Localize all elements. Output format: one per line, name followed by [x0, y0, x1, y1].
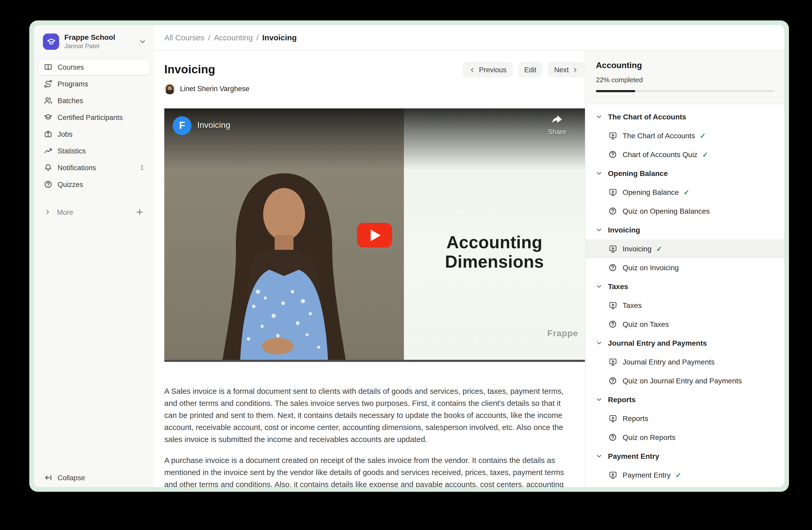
workspace-title: Frappe School: [64, 33, 115, 42]
video-title[interactable]: Invoicing: [197, 121, 230, 130]
quiz-item[interactable]: Chart of Accounts Quiz✓: [585, 145, 784, 164]
quiz-item[interactable]: Quiz on Reports: [585, 428, 784, 447]
lesson-title: Quiz on Opening Balances: [623, 207, 710, 215]
lesson-item[interactable]: Invoicing✓: [585, 239, 784, 258]
quiz-item[interactable]: Quiz on Journal Entry and Payments: [585, 371, 784, 390]
slide-text: Accounting Dimensions: [404, 233, 585, 271]
sidebar-item-notifications[interactable]: Notifications1: [38, 160, 150, 176]
quiz-icon: [608, 207, 618, 215]
video-progress-bar[interactable]: [164, 360, 585, 362]
lesson-title: Quiz on Taxes: [623, 320, 669, 329]
frappe-watermark: Frappe: [547, 329, 578, 339]
collapse-label: Collapse: [58, 474, 85, 482]
lesson-title: Quiz on Journal Entry and Payments: [623, 377, 742, 385]
body-row: Invoicing Previous Edit: [154, 50, 784, 487]
lesson-item[interactable]: Opening Balance✓: [585, 183, 784, 201]
screen: Frappe School Jannat Patel CoursesProgra…: [0, 0, 812, 530]
completed-check-icon: ✓: [656, 245, 662, 253]
breadcrumb-course[interactable]: Accounting: [214, 33, 253, 42]
quiz-item[interactable]: Quiz on Invoicing: [585, 258, 784, 277]
video-lesson-icon: [608, 244, 618, 253]
video-lesson-icon: [608, 414, 618, 423]
plus-icon[interactable]: [135, 208, 144, 216]
lesson-item[interactable]: Taxes: [585, 296, 784, 315]
breadcrumb-all-courses[interactable]: All Courses: [164, 33, 204, 42]
lesson-title: Opening Balance: [623, 188, 679, 196]
chapter-row[interactable]: Taxes: [585, 277, 784, 296]
progress-track: [596, 90, 774, 92]
frappe-school-logo: [43, 33, 59, 50]
lesson-title: Invoicing: [623, 245, 652, 253]
next-button[interactable]: Next: [548, 62, 585, 78]
chapter-title: Invoicing: [608, 226, 640, 234]
chapter-row[interactable]: Payment Entry: [585, 447, 784, 465]
lesson-item[interactable]: Journal Entry and Payments: [585, 352, 784, 371]
lesson-main: Invoicing Previous Edit: [154, 50, 585, 487]
course-progress-label: 22% completed: [596, 76, 774, 84]
chevron-down-icon: [596, 396, 602, 403]
edit-button[interactable]: Edit: [518, 62, 543, 78]
sidebar-item-more[interactable]: More: [38, 208, 135, 216]
youtube-play-button[interactable]: [357, 223, 392, 248]
chapter-row[interactable]: Opening Balance: [585, 164, 784, 183]
sidebar-item-quizzes[interactable]: Quizzes: [38, 177, 150, 192]
chevron-down-icon: [596, 114, 602, 120]
quiz-icon: [608, 320, 618, 329]
sidebar-item-batches[interactable]: Batches: [38, 93, 150, 108]
video-player[interactable]: Accounting Dimensions Frappe F Invoicing: [164, 108, 585, 362]
sidebar-item-label: Quizzes: [58, 180, 83, 188]
breadcrumb-separator: /: [208, 33, 210, 42]
chapter-row[interactable]: Reports: [585, 390, 784, 409]
chevron-left-icon: [469, 66, 476, 73]
quiz-icon: [608, 150, 618, 159]
share-button[interactable]: Share: [548, 115, 566, 136]
sidebar-item-statistics[interactable]: Statistics: [38, 143, 150, 159]
sidebar-item-label: Programs: [58, 80, 88, 88]
lesson-title: Chart of Accounts Quiz: [623, 150, 697, 159]
quiz-item[interactable]: Quiz on Taxes: [585, 315, 784, 334]
channel-avatar[interactable]: F: [173, 116, 191, 135]
video-lesson-icon: [608, 358, 618, 366]
lesson-item[interactable]: Payment Entry✓: [585, 465, 784, 485]
sidebar-item-jobs[interactable]: Jobs: [38, 126, 150, 142]
sidebar-nav: CoursesProgramsBatchesCertified Particip…: [34, 59, 154, 192]
sidebar-item-certified-participants[interactable]: Certified Participants: [38, 110, 150, 125]
chapter-title: The Chart of Accounts: [608, 113, 686, 121]
left-sidebar: Frappe School Jannat Patel CoursesProgra…: [34, 25, 154, 487]
author-row: Linet Sherin Varghese: [164, 83, 585, 94]
progress-fill: [596, 90, 635, 92]
chapter-row[interactable]: Invoicing: [585, 221, 784, 239]
chapter-title: Journal Entry and Payments: [608, 339, 707, 347]
previous-button[interactable]: Previous: [463, 62, 513, 78]
author-avatar: [164, 83, 175, 94]
lesson-title: The Chart of Accounts: [623, 131, 695, 140]
chevron-down-icon: [596, 453, 602, 459]
breadcrumb-current: Invoicing: [262, 33, 297, 42]
sidebar-item-courses[interactable]: Courses: [38, 59, 150, 75]
sidebar-collapse-button[interactable]: Collapse: [44, 473, 85, 482]
completed-check-icon: ✓: [702, 150, 708, 159]
breadcrumb-separator: /: [256, 33, 259, 42]
chapter-row[interactable]: The Chart of Accounts: [585, 107, 784, 126]
quiz-icon: [608, 263, 618, 272]
graduation-cap-icon: [44, 113, 52, 122]
chevron-down-icon: [596, 340, 602, 346]
sidebar-item-label: Certified Participants: [58, 113, 123, 121]
chapter-row[interactable]: Journal Entry and Payments: [585, 334, 784, 352]
lesson-item[interactable]: The Chart of Accounts✓: [585, 126, 784, 145]
completed-check-icon: ✓: [684, 188, 690, 196]
course-outline-list: The Chart of AccountsThe Chart of Accoun…: [585, 104, 784, 487]
lesson-item[interactable]: Reports: [585, 409, 784, 428]
book-open-icon: [44, 63, 52, 71]
edit-label: Edit: [524, 66, 537, 73]
lesson-title: Quiz on Invoicing: [623, 263, 679, 272]
workspace-switcher[interactable]: Frappe School Jannat Patel: [34, 33, 154, 50]
next-label: Next: [554, 66, 569, 73]
help-circle-icon: [44, 180, 52, 189]
quiz-item[interactable]: Quiz on Opening Balances: [585, 201, 784, 221]
collapse-sidebar-icon: [44, 473, 52, 482]
sidebar-item-label: Notifications: [58, 164, 96, 171]
chapter-title: Payment Entry: [608, 452, 659, 460]
topbar: All Courses / Accounting / Invoicing: [154, 25, 784, 50]
sidebar-item-programs[interactable]: Programs: [38, 76, 150, 92]
